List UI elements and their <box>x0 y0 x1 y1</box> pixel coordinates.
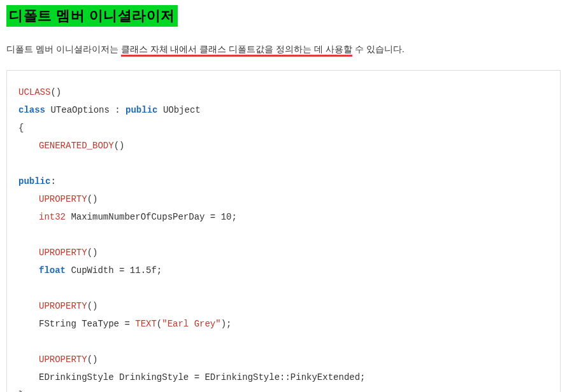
tok-open-brace: { <box>18 123 24 133</box>
tok-uclass: UCLASS <box>18 87 50 97</box>
tok-fstring: FString TeaType = <box>39 319 135 329</box>
desc-underlined: 클래스 자체 내에서 클래스 디폴트값을 정의하는 데 사용할 <box>121 44 352 57</box>
tok-classname: UTeaOptions <box>50 105 109 115</box>
tok-genbody: GENERATED_BODY <box>39 141 114 151</box>
tok-uproperty: UPROPERTY <box>39 354 87 365</box>
tok-line1: MaximumNumberOfCupsPerDay = 10; <box>66 212 237 222</box>
tok-uproperty: UPROPERTY <box>39 194 87 204</box>
tok-paren: () <box>114 141 125 151</box>
tok-float: float <box>39 265 66 276</box>
tok-paren: () <box>87 194 98 204</box>
tok-text-open: ( <box>157 319 162 329</box>
tok-text-close: ); <box>221 319 232 329</box>
tok-paren: () <box>50 87 61 97</box>
section-description: 디폴트 멤버 이니셜라이저는 클래스 자체 내에서 클래스 디폴트값을 정의하는… <box>6 42 561 56</box>
tok-base: UObject <box>157 105 200 115</box>
code-block: UCLASS() class UTeaOptions : public UObj… <box>6 70 561 392</box>
tok-paren: () <box>87 301 98 311</box>
tok-string: "Earl Grey" <box>162 319 220 329</box>
tok-int32: int32 <box>39 212 66 222</box>
tok-public-label: public <box>18 176 50 186</box>
tok-line4: EDrinkingStyle DrinkingStyle = EDrinking… <box>39 372 365 382</box>
tok-colon: : <box>110 105 126 115</box>
desc-suffix: 수 있습니다. <box>352 44 405 54</box>
desc-prefix: 디폴트 멤버 이니셜라이저는 <box>6 44 121 54</box>
tok-text-macro: TEXT <box>135 319 157 329</box>
tok-uproperty: UPROPERTY <box>39 248 87 258</box>
tok-class-kw: class <box>18 105 45 115</box>
tok-public-kw: public <box>126 105 157 115</box>
tok-paren: () <box>87 248 98 258</box>
section-heading: 디폴트 멤버 이니셜라이저 <box>6 5 178 27</box>
tok-public-colon: : <box>50 176 55 186</box>
tok-uproperty: UPROPERTY <box>39 301 87 311</box>
tok-paren: () <box>87 354 98 365</box>
tok-line2: CupWidth = 11.5f; <box>66 265 162 276</box>
code-content: UCLASS() class UTeaOptions : public UObj… <box>18 83 549 392</box>
